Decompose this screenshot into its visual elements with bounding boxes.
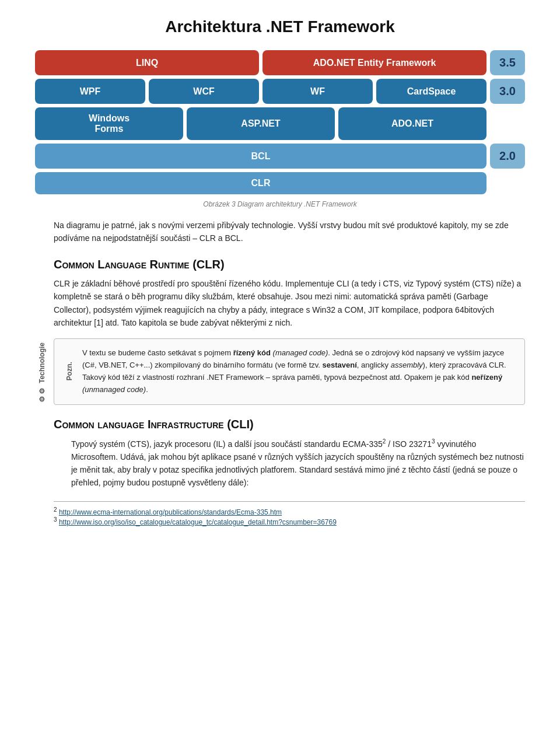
version-20: 2.0 (490, 144, 525, 169)
footnote2: 3 http://www.iso.org/iso/iso_catalogue/c… (54, 516, 525, 526)
main-content: Na diagramu je patrné, jak s novými verz… (54, 219, 525, 526)
diagram: LINQ ADO.NET Entity Framework 3.5 WPF WC… (35, 50, 525, 194)
side-label: ⚙⚙ Technologie (35, 219, 49, 526)
clr-box: CLR (35, 172, 487, 194)
footnote1-link[interactable]: http://www.ecma-international.org/public… (59, 508, 282, 516)
linq-box: LINQ (35, 50, 259, 75)
diagram-row5: CLR (35, 172, 525, 194)
para1: Na diagramu je patrné, jak s novými verz… (54, 219, 525, 245)
cardspace-box: CardSpace (376, 79, 487, 104)
footnote1-num: 2 (54, 506, 57, 513)
note-label: Pozn. (64, 347, 75, 396)
footnote2-link[interactable]: http://www.iso.org/iso/iso_catalogue/cat… (59, 518, 337, 526)
heading-cli: Common language Infrastructure (CLI) (54, 418, 525, 431)
note-content: V textu se budeme často setkávat s pojme… (82, 347, 515, 396)
version-empty2 (490, 172, 525, 194)
diagram-row4: BCL 2.0 (35, 144, 525, 169)
note-box: Pozn. V textu se budeme často setkávat s… (54, 338, 525, 404)
footnote1: 2 http://www.ecma-international.org/publ… (54, 506, 525, 516)
version-30: 3.0 (490, 79, 525, 104)
version-35: 3.5 (490, 50, 525, 75)
body-section: ⚙⚙ Technologie Na diagramu je patrné, ja… (35, 219, 525, 526)
cli-section: Typový systém (CTS), jazyk procesoru (IL… (71, 437, 525, 490)
windows-forms-box: WindowsForms (35, 107, 183, 140)
cli-para: Typový systém (CTS), jazyk procesoru (IL… (71, 437, 525, 490)
diagram-row3: WindowsForms ASP.NET ADO.NET (35, 107, 525, 140)
side-icon: ⚙⚙ (38, 386, 46, 403)
diagram-row1: LINQ ADO.NET Entity Framework 3.5 (35, 50, 525, 75)
wf-box: WF (262, 79, 373, 104)
adonet-box: ADO.NET (338, 107, 487, 140)
bcl-box: BCL (35, 144, 487, 169)
footnotes: 2 http://www.ecma-international.org/publ… (54, 501, 525, 526)
clr-text1: CLR je základní běhové prostředí pro spo… (54, 277, 525, 330)
heading-clr: Common Language Runtime (CLR) (54, 258, 525, 271)
diagram-layers: LINQ ADO.NET Entity Framework 3.5 WPF WC… (35, 50, 525, 194)
page-title: Architektura .NET Framework (35, 18, 525, 36)
wpf-box: WPF (35, 79, 145, 104)
aspnet-box: ASP.NET (187, 107, 335, 140)
footnote2-num: 3 (54, 516, 57, 523)
wcf-box: WCF (149, 79, 259, 104)
diagram-row2: WPF WCF WF CardSpace 3.0 (35, 79, 525, 104)
note-text1: V textu se budeme často setkávat s pojme… (82, 348, 506, 393)
adonet-entity-box: ADO.NET Entity Framework (262, 50, 487, 75)
diagram-caption: Obrázek 3 Diagram architektury .NET Fram… (35, 200, 525, 208)
version-empty (490, 107, 525, 140)
